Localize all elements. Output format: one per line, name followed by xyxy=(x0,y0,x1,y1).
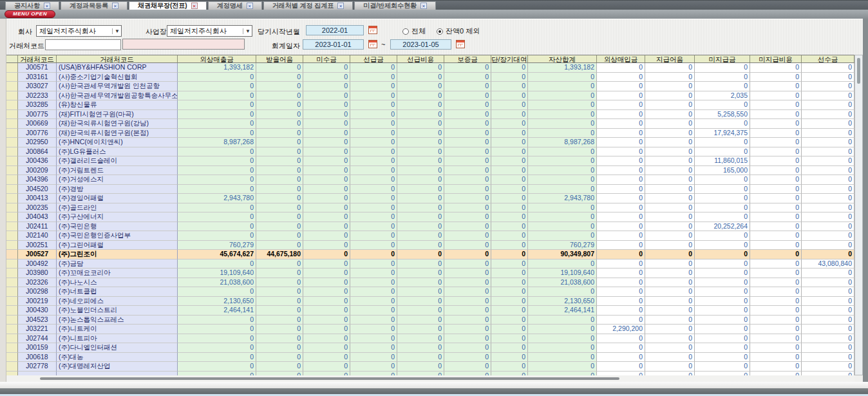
amount-cell[interactable]: 0 xyxy=(350,306,397,316)
table-row[interactable]: J04520(주)경방0000000000000 xyxy=(6,185,854,194)
amount-cell[interactable]: 0 xyxy=(444,222,491,232)
amount-cell[interactable]: 0 xyxy=(444,138,491,147)
amount-cell[interactable]: 0 xyxy=(397,306,444,316)
amount-cell[interactable]: 0 xyxy=(528,82,597,91)
amount-cell[interactable]: 0 xyxy=(802,119,854,129)
amount-cell[interactable]: 20,252,264 xyxy=(695,222,750,232)
amount-cell[interactable]: 0 xyxy=(645,231,695,241)
amount-cell[interactable]: 0 xyxy=(528,185,597,194)
amount-cell[interactable]: 2,130,650 xyxy=(178,297,256,306)
row-selector-cell[interactable] xyxy=(6,73,18,82)
amount-cell[interactable]: 0 xyxy=(256,166,303,176)
amount-cell[interactable]: 0 xyxy=(695,63,750,73)
amount-cell[interactable]: 0 xyxy=(256,241,303,250)
row-selector-cell[interactable] xyxy=(6,362,18,372)
vendor-code-cell[interactable]: J00251 xyxy=(18,241,57,250)
amount-cell[interactable]: 0 xyxy=(256,231,303,241)
amount-cell[interactable]: 0 xyxy=(645,343,695,353)
column-header[interactable]: 선급비용 xyxy=(397,55,444,63)
amount-cell[interactable]: 0 xyxy=(444,194,491,203)
row-selector-cell[interactable] xyxy=(6,119,18,129)
amount-cell[interactable]: 0 xyxy=(645,259,695,269)
amount-cell[interactable]: 0 xyxy=(597,147,645,157)
amount-cell[interactable]: 0 xyxy=(303,297,350,306)
amount-cell[interactable]: 0 xyxy=(491,362,528,372)
amount-cell[interactable]: 0 xyxy=(397,156,444,166)
close-icon[interactable]: ✕ xyxy=(337,3,344,9)
amount-cell[interactable]: 0 xyxy=(597,231,645,241)
amount-cell[interactable]: 0 xyxy=(350,129,397,138)
amount-cell[interactable]: 0 xyxy=(597,334,645,344)
amount-cell[interactable]: 0 xyxy=(303,73,350,82)
amount-cell[interactable]: 0 xyxy=(178,100,256,110)
vendor-code-cell[interactable]: J00219 xyxy=(18,297,57,306)
amount-cell[interactable]: 0 xyxy=(350,353,397,363)
amount-cell[interactable]: 0 xyxy=(397,241,444,250)
amount-cell[interactable]: 0 xyxy=(303,175,350,185)
amount-cell[interactable]: 0 xyxy=(528,316,597,325)
tab-공지사항[interactable]: 공지사항✕ xyxy=(5,1,59,10)
vendor-code-input[interactable] xyxy=(45,39,121,50)
row-selector-cell[interactable] xyxy=(6,82,18,91)
amount-cell[interactable]: 0 xyxy=(178,259,256,269)
amount-cell[interactable]: 45,674,627 xyxy=(178,250,256,259)
vendor-name-cell[interactable]: (주)경방 xyxy=(57,185,178,194)
amount-cell[interactable]: 0 xyxy=(695,334,750,344)
amount-cell[interactable]: 0 xyxy=(350,269,397,278)
amount-cell[interactable]: 0 xyxy=(178,287,256,297)
amount-cell[interactable]: 0 xyxy=(645,316,695,325)
amount-cell[interactable]: 0 xyxy=(528,343,597,353)
row-selector-cell[interactable] xyxy=(6,203,18,213)
vendor-name-cell[interactable]: (주)대농 xyxy=(57,353,178,363)
amount-cell[interactable]: 0 xyxy=(597,82,645,91)
amount-cell[interactable]: 0 xyxy=(491,353,528,363)
amount-cell[interactable]: 0 xyxy=(750,343,802,353)
vendor-code-cell[interactable]: J02411 xyxy=(18,222,57,232)
amount-cell[interactable]: 0 xyxy=(597,73,645,82)
calendar-icon[interactable] xyxy=(368,40,377,48)
amount-cell[interactable]: 0 xyxy=(256,269,303,278)
amount-cell[interactable]: 0 xyxy=(645,203,695,213)
vendor-code-cell[interactable]: J04396 xyxy=(18,175,57,185)
amount-cell[interactable]: 0 xyxy=(350,138,397,147)
amount-cell[interactable]: 0 xyxy=(802,334,854,344)
amount-cell[interactable]: 0 xyxy=(645,278,695,288)
amount-cell[interactable]: 0 xyxy=(444,362,491,372)
amount-cell[interactable]: 0 xyxy=(256,91,303,101)
amount-cell[interactable]: 0 xyxy=(350,241,397,250)
amount-cell[interactable]: 0 xyxy=(491,100,528,110)
amount-cell[interactable]: 0 xyxy=(528,119,597,129)
amount-cell[interactable]: 0 xyxy=(350,343,397,353)
amount-cell[interactable]: 0 xyxy=(695,278,750,288)
amount-cell[interactable]: 0 xyxy=(750,110,802,120)
amount-cell[interactable]: 0 xyxy=(491,316,528,325)
calendar-icon[interactable] xyxy=(368,26,377,34)
amount-cell[interactable]: 0 xyxy=(178,343,256,353)
row-selector-cell[interactable] xyxy=(6,129,18,138)
amount-cell[interactable]: 0 xyxy=(256,203,303,213)
amount-cell[interactable]: 760,279 xyxy=(178,241,256,250)
amount-cell[interactable]: 0 xyxy=(645,156,695,166)
row-selector-cell[interactable] xyxy=(6,287,18,297)
amount-cell[interactable]: 0 xyxy=(695,343,750,353)
amount-cell[interactable]: 0 xyxy=(750,63,802,73)
table-row[interactable]: J00413(주)경일어패럴2,943,7800000002,943,78000… xyxy=(6,194,854,203)
row-selector-cell[interactable] xyxy=(6,241,18,250)
table-row[interactable]: J00669(재)한국의류시험연구원(강남)0000000000000 xyxy=(6,119,854,129)
vendor-code-cell[interactable]: J00436 xyxy=(18,156,57,166)
amount-cell[interactable]: 0 xyxy=(645,250,695,259)
amount-cell[interactable]: 0 xyxy=(750,185,802,194)
amount-cell[interactable]: 0 xyxy=(645,194,695,203)
vendor-name-cell[interactable]: (주)나노시스 xyxy=(57,278,178,288)
table-row[interactable]: J00571(USA)BY&HFASHION CORP1,393,1820000… xyxy=(6,63,854,73)
table-row[interactable]: J00430(주)노블인더스트리2,464,1410000002,464,141… xyxy=(6,306,854,316)
horizontal-scrollbar-thumb[interactable] xyxy=(40,377,619,380)
vendor-name-cell[interactable]: (주)니트케이 xyxy=(57,325,178,334)
amount-cell[interactable]: 0 xyxy=(178,316,256,325)
amount-cell[interactable]: 0 xyxy=(256,278,303,288)
amount-cell[interactable]: 0 xyxy=(695,119,750,129)
table-row[interactable]: J00618(주)대농0000000000000 xyxy=(6,353,854,363)
tab-미결/반제회수현황[interactable]: 미결/반제회수현황✕ xyxy=(354,1,436,10)
amount-cell[interactable]: 0 xyxy=(491,166,528,176)
amount-cell[interactable]: 0 xyxy=(528,259,597,269)
